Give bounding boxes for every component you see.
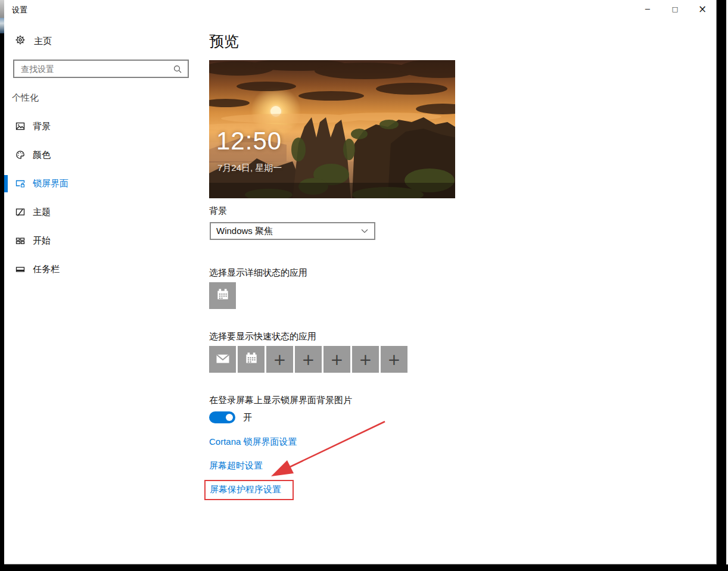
sidebar-item-label: 任务栏 — [33, 264, 60, 275]
maximize-button[interactable]: □ — [661, 0, 689, 18]
minimize-icon: ─ — [645, 5, 650, 14]
settings-window: 设置 ─ □ × 主页 个性化 — [4, 0, 717, 564]
cortana-lockscreen-settings-link[interactable]: Cortana 锁屏界面设置 — [209, 436, 297, 448]
quick-status-row: + + + + + — [209, 346, 407, 373]
calendar-icon — [244, 351, 259, 368]
quick-status-add-button[interactable]: + — [381, 346, 407, 373]
start-tiles-icon — [15, 235, 26, 246]
search-icon — [173, 64, 182, 74]
signin-background-label: 在登录屏幕上显示锁屏界面背景图片 — [209, 395, 352, 406]
image-icon — [15, 121, 26, 132]
minimize-button[interactable]: ─ — [634, 0, 661, 18]
chevron-down-icon — [361, 229, 368, 233]
sidebar-item-themes[interactable]: 主题 — [4, 201, 189, 223]
window-controls: ─ □ × — [634, 0, 716, 18]
signin-background-toggle[interactable] — [209, 411, 235, 423]
quick-status-calendar-button[interactable] — [238, 346, 265, 373]
sidebar-item-label: 开始 — [33, 235, 51, 247]
search-box — [13, 60, 189, 78]
quick-status-label: 选择要显示快速状态的应用 — [209, 331, 316, 342]
close-icon: × — [698, 3, 707, 15]
gear-icon — [15, 35, 26, 48]
window-title: 设置 — [12, 5, 27, 15]
screen-timeout-settings-link[interactable]: 屏幕超时设置 — [209, 460, 263, 472]
preview-clock-date: 7月24日, 星期一 — [217, 163, 282, 174]
sidebar-item-lockscreen[interactable]: 锁屏界面 — [4, 173, 189, 194]
desktop-icon-fragment — [0, 0, 4, 18]
palette-icon — [15, 149, 26, 160]
lock-screen-preview: 12:50 7月24日, 星期一 — [209, 60, 455, 198]
selected-item-accent-bar — [4, 175, 8, 192]
sidebar-item-label: 锁屏界面 — [33, 178, 69, 189]
desktop-background: 设置 ─ □ × 主页 个性化 — [0, 0, 728, 571]
mail-icon — [214, 350, 231, 369]
sidebar-item-colors[interactable]: 颜色 — [4, 144, 189, 166]
preview-clock-time: 12:50 — [216, 127, 282, 155]
sidebar-item-background[interactable]: 背景 — [4, 116, 189, 137]
sidebar-item-label: 颜色 — [33, 149, 51, 161]
sidebar-item-home[interactable]: 主页 — [15, 35, 52, 48]
screensaver-settings-link[interactable]: 屏幕保护程序设置 — [210, 484, 281, 495]
background-dropdown[interactable]: Windows 聚焦 — [210, 222, 375, 240]
quick-status-add-button[interactable]: + — [295, 346, 322, 373]
plus-icon: + — [388, 352, 401, 367]
sidebar-item-label: 主题 — [33, 207, 51, 218]
background-label: 背景 — [209, 205, 227, 217]
detailed-status-label: 选择显示详细状态的应用 — [209, 267, 307, 279]
plus-icon: + — [331, 352, 344, 367]
quick-status-mail-button[interactable] — [209, 346, 236, 373]
sidebar-item-taskbar[interactable]: 任务栏 — [4, 258, 189, 280]
plus-icon: + — [359, 352, 372, 367]
calendar-icon — [215, 287, 231, 304]
toggle-state-label: 开 — [243, 412, 252, 423]
detailed-status-app-button[interactable] — [209, 282, 236, 309]
titlebar[interactable]: 设置 ─ □ × — [4, 0, 716, 19]
search-input[interactable] — [14, 64, 173, 74]
theme-brush-icon — [15, 207, 26, 217]
sidebar-item-label: 背景 — [33, 121, 51, 132]
quick-status-add-button[interactable]: + — [352, 346, 379, 373]
close-button[interactable]: × — [689, 0, 716, 18]
background-dropdown-value: Windows 聚焦 — [211, 226, 361, 237]
taskbar-icon — [15, 264, 26, 274]
plus-icon: + — [273, 352, 287, 367]
toggle-knob — [226, 414, 233, 421]
sidebar-item-start[interactable]: 开始 — [4, 230, 189, 251]
lock-screen-icon — [15, 178, 26, 189]
maximize-icon: □ — [672, 5, 678, 13]
quick-status-add-button[interactable]: + — [323, 346, 350, 373]
sidebar-section-header: 个性化 — [12, 92, 39, 104]
page-title: 预览 — [209, 32, 239, 51]
sidebar-home-label: 主页 — [34, 36, 52, 47]
quick-status-add-button[interactable]: + — [266, 346, 293, 373]
plus-icon: + — [302, 352, 315, 367]
